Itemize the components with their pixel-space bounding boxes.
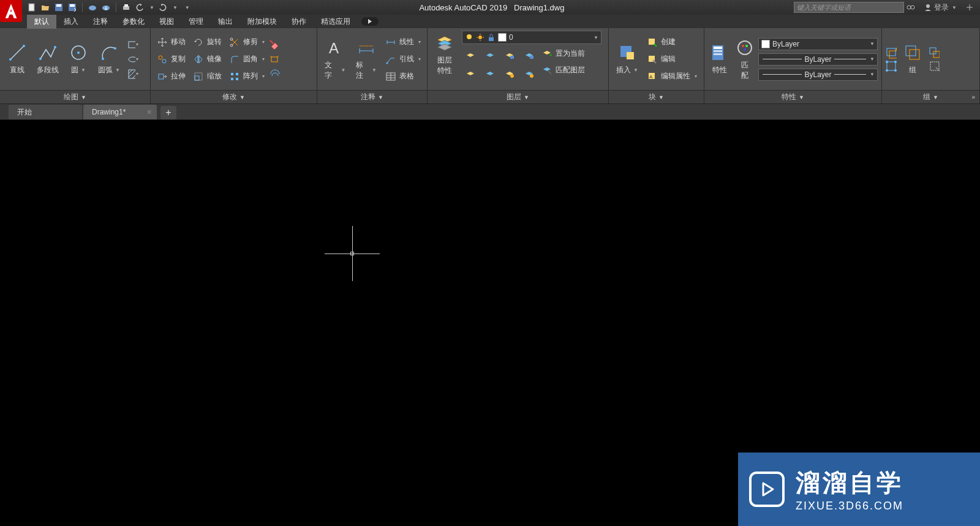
panel-modify-title[interactable]: 修改▼ <box>151 90 317 103</box>
table-button[interactable]: 表格 <box>383 70 423 83</box>
dimension-button[interactable]: 标注▼ <box>352 36 381 83</box>
rectangle-button[interactable]: ▾ <box>127 39 138 50</box>
panel-draw-title[interactable]: 绘图▼ <box>0 90 150 103</box>
panel-group-title[interactable]: 组▼ <box>882 90 979 103</box>
layer-dropdown[interactable]: 0 ▼ <box>462 31 601 44</box>
circle-button[interactable]: 圆▼ <box>65 40 92 78</box>
match-props-button[interactable]: 匹 配 <box>733 36 756 83</box>
mirror-button[interactable]: 镜像 <box>190 53 224 66</box>
tab-manage[interactable]: 管理 <box>181 15 211 29</box>
signin-button[interactable]: 登录 ▼ <box>921 2 959 13</box>
qat-new-icon[interactable] <box>27 2 37 12</box>
tab-insert[interactable]: 插入 <box>56 15 86 29</box>
exchange-button[interactable] <box>963 3 976 12</box>
lineweight-dropdown[interactable]: ByLayer ▼ <box>758 53 878 66</box>
array-button[interactable]: 阵列▾ <box>227 70 267 83</box>
qat-print-icon[interactable] <box>121 2 131 12</box>
qat-redo-icon[interactable] <box>158 2 168 12</box>
svg-point-16 <box>54 46 56 48</box>
match-layer-button[interactable]: 匹配图层 <box>541 64 585 75</box>
edit-attr-button[interactable]: A编辑属性▾ <box>644 70 699 83</box>
move-button[interactable]: 移动 <box>154 36 188 49</box>
layer-off-button[interactable] <box>462 48 479 64</box>
filetab-drawing1[interactable]: Drawing1* × <box>83 105 157 119</box>
hatch-button[interactable]: ▾ <box>127 69 138 80</box>
qat-save-icon[interactable] <box>54 2 64 12</box>
linetype-dropdown[interactable]: ByLayer ▼ <box>758 69 878 81</box>
leader-button[interactable]: 引线▾ <box>383 53 423 66</box>
linear-button[interactable]: 线性▾ <box>383 36 423 49</box>
text-button[interactable]: A 文字▼ <box>321 36 350 83</box>
explode-button[interactable] <box>270 54 281 65</box>
infocenter-search-button[interactable] <box>904 3 918 12</box>
svg-point-9 <box>907 6 911 9</box>
qat-cloud-open-icon[interactable] <box>88 2 97 12</box>
arc-button[interactable]: 圆弧▼ <box>94 40 124 78</box>
create-block-button[interactable]: 创建 <box>644 36 699 49</box>
svg-point-13 <box>9 58 12 61</box>
trim-button[interactable]: 修剪▾ <box>227 36 267 49</box>
insert-block-button[interactable]: 插入▼ <box>612 40 642 78</box>
polyline-button[interactable]: 多段线 <box>33 40 62 78</box>
panel-layers-title[interactable]: 图层▼ <box>428 90 608 103</box>
qat-redo-dropdown[interactable]: ▼ <box>173 5 178 10</box>
tab-home[interactable]: 默认 <box>27 15 56 29</box>
file-tabs: 开始 Drawing1* × + <box>0 104 980 120</box>
rotate-button[interactable]: 旋转 <box>190 36 224 49</box>
fillet-button[interactable]: 圆角▾ <box>227 53 267 66</box>
tab-parametric[interactable]: 参数化 <box>115 15 152 29</box>
tab-play-button[interactable] <box>361 17 379 26</box>
layer-unisolate-button[interactable] <box>521 66 538 82</box>
qat-open-icon[interactable] <box>40 2 50 12</box>
qat-undo-icon[interactable] <box>135 2 145 12</box>
group-select-button[interactable] <box>929 61 940 72</box>
layer-unlock-button[interactable] <box>501 66 518 82</box>
tab-featured[interactable]: 精选应用 <box>314 15 358 29</box>
layer-lock-button[interactable] <box>501 48 518 64</box>
group-edit-button[interactable] <box>886 61 897 72</box>
ungroup-button[interactable] <box>929 47 940 58</box>
line-icon <box>7 43 27 62</box>
group-button[interactable]: 组 <box>899 40 926 78</box>
offset-button[interactable] <box>270 69 281 80</box>
tab-addins[interactable]: 附加模块 <box>240 15 284 29</box>
panel-properties-title[interactable]: 特性▼» <box>704 90 881 103</box>
panel-block-title[interactable]: 块▼ <box>609 90 704 103</box>
group-create-button[interactable] <box>886 47 897 58</box>
color-dropdown[interactable]: ByLayer ▼ <box>758 38 878 50</box>
tab-view[interactable]: 视图 <box>152 15 181 29</box>
ellipse-button[interactable]: ▾ <box>127 54 138 65</box>
filetab-start[interactable]: 开始 <box>9 105 82 119</box>
qat-undo-dropdown[interactable]: ▼ <box>149 5 154 10</box>
qat-cloud-save-icon[interactable] <box>101 2 111 12</box>
tab-output[interactable]: 输出 <box>211 15 240 29</box>
scale-button[interactable]: 缩放 <box>190 70 224 83</box>
svg-rect-66 <box>627 52 634 59</box>
arc-icon <box>99 43 119 62</box>
copy-button[interactable]: 复制 <box>154 53 188 66</box>
erase-button[interactable] <box>270 39 281 50</box>
search-input[interactable]: 键入关键字或短语 <box>794 2 904 13</box>
line-button[interactable]: 直线 <box>4 40 31 78</box>
edit-block-button[interactable]: 编辑 <box>644 53 699 66</box>
new-tab-button[interactable]: + <box>160 106 176 119</box>
layer-freeze-button[interactable] <box>481 48 499 64</box>
make-current-button[interactable]: 置为当前 <box>541 48 585 59</box>
layer-isolate-button[interactable] <box>521 48 538 64</box>
close-tab-button[interactable]: × <box>147 107 152 117</box>
panel-annotate-title[interactable]: 注释▼ <box>317 90 427 103</box>
app-logo[interactable] <box>0 0 22 22</box>
tab-annotate[interactable]: 注释 <box>86 15 115 29</box>
layer-on-button[interactable] <box>462 66 479 82</box>
svg-point-5 <box>89 6 96 10</box>
stretch-button[interactable]: 拉伸 <box>154 70 188 83</box>
qat-customize-dropdown[interactable]: ▼ <box>185 5 190 10</box>
qat-saveas-icon[interactable] <box>67 2 77 12</box>
layer-thaw-button[interactable] <box>481 66 499 82</box>
layer-properties-button[interactable]: 图层 特性 <box>431 31 458 78</box>
drawing-area[interactable]: 溜溜自学 ZIXUE.3D66.COM <box>0 120 980 526</box>
exchange-icon <box>965 3 974 12</box>
tab-collaborate[interactable]: 协作 <box>284 15 314 29</box>
props-palette-button[interactable]: 特性 <box>708 40 731 78</box>
polyline-label: 多段线 <box>37 65 59 75</box>
